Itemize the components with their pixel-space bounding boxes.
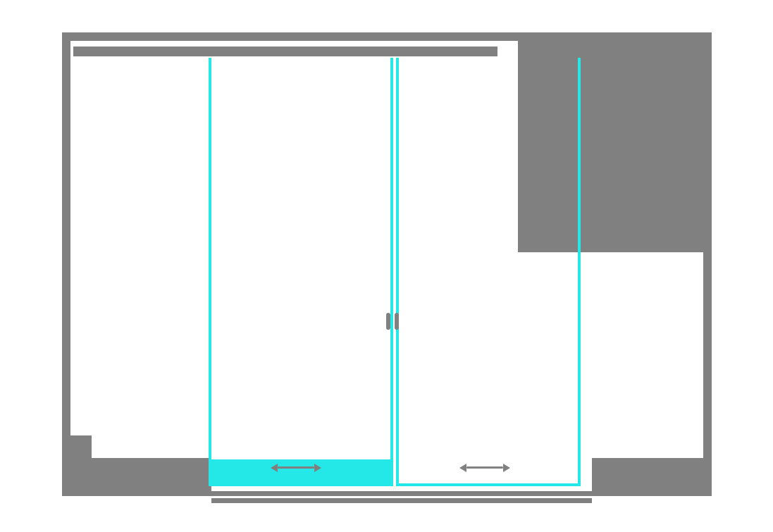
sliding-door-diagram — [0, 0, 773, 532]
frame-left-foot — [70, 458, 211, 496]
frame-left-post — [62, 32, 70, 496]
frame-left-step — [70, 435, 92, 458]
sliding-panel-right[interactable] — [396, 58, 581, 486]
frame-right-foot — [592, 458, 703, 496]
frame-header-bar — [73, 47, 497, 56]
door-handle-icon[interactable] — [386, 313, 399, 330]
sliding-panel-left[interactable] — [209, 58, 393, 486]
frame-right-post — [703, 32, 712, 496]
frame-bottom-rail-1 — [211, 491, 592, 496]
slide-arrow-right-icon — [459, 464, 510, 471]
slide-arrow-left-icon — [271, 464, 321, 471]
frame-bottom-rail-2 — [211, 498, 592, 503]
frame-top-bar — [62, 32, 712, 41]
